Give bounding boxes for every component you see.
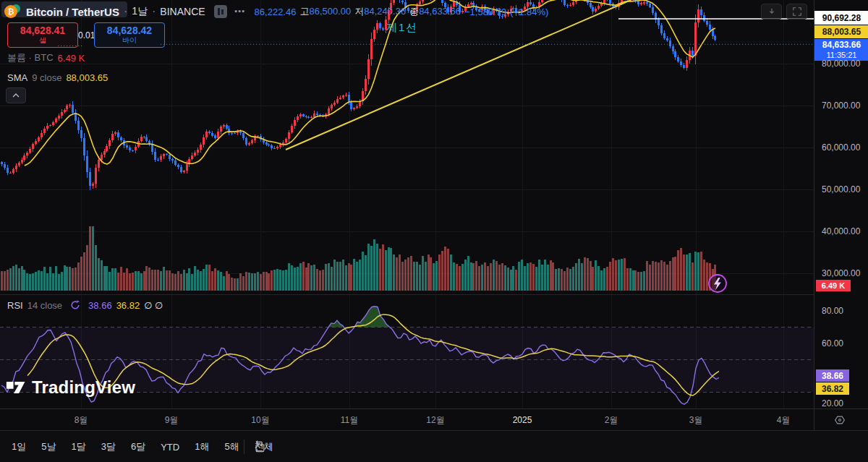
price-axis-label: 50,000.00 — [822, 184, 860, 194]
price-axis-label: 70,000.00 — [822, 100, 860, 111]
ohlc-legend: 86,222.46 고86,500.00 저84,240.36 종84,633.… — [255, 5, 549, 18]
time-axis-label: 8월 — [75, 414, 88, 427]
axis-separator — [814, 409, 814, 431]
ohlc-close-label: 종 — [409, 6, 419, 17]
price-axis-label: 20.00 — [822, 398, 843, 408]
rsi-value: 38.66 — [88, 300, 112, 311]
watermark-text: TradingView — [32, 377, 135, 398]
fullscreen-icon — [792, 7, 802, 17]
ohlc-change: −1,588.79 — [464, 7, 506, 17]
lightning-button[interactable] — [709, 275, 726, 292]
sell-label: 셀 — [39, 37, 46, 45]
chart-annotation[interactable]: 제1선 — [386, 21, 418, 33]
time-axis-label: 4월 — [777, 414, 791, 427]
volume-value: 6.49 K — [58, 53, 85, 64]
range-selector: 1일5날1달3달6달YTD1해5해전체 — [12, 431, 273, 462]
volume-badge: 6.49 K — [816, 280, 851, 291]
range-button-6달[interactable]: 6달 — [131, 440, 145, 453]
calendar-icon — [252, 440, 267, 454]
sma-value: 88,003.65 — [66, 72, 108, 83]
time-axis-label: 2월 — [605, 414, 618, 427]
volume-legend[interactable]: 볼륨 · BTC 6.49 K — [7, 51, 85, 64]
ohlc-high: 86,500.00 — [309, 6, 351, 17]
buy-button[interactable]: 84,628.42 바이 — [94, 22, 165, 48]
range-button-1달[interactable]: 1달 — [71, 440, 85, 453]
toolbar-divider — [244, 440, 244, 454]
rsi-ma-value: 36.82 — [116, 300, 140, 311]
refresh-icon[interactable] — [69, 299, 81, 311]
ohlc-open: 86,222.46 — [255, 7, 297, 17]
time-axis-label: 12월 — [426, 414, 444, 427]
download-icon — [767, 7, 777, 17]
time-axis-label: 3월 — [689, 414, 703, 427]
current-price: 84,633.66 — [822, 40, 861, 51]
price-axis-label: 60,000.00 — [822, 142, 860, 153]
chart-type-icon[interactable] — [214, 5, 227, 18]
symbol-logo[interactable]: ₿ — [4, 4, 23, 19]
symbol-row: ₿ Bitcoin / TetherUS · 1날 · BINANCE ⋯ 86… — [0, 2, 548, 21]
separator-dot: · — [124, 5, 127, 18]
price-axis-label: 40,000.00 — [822, 226, 860, 236]
ohlc-low: 84,240.36 — [364, 6, 406, 17]
sma-price-badge: 88,003.65 — [814, 25, 868, 38]
time-axis[interactable]: 8월9월10월11월12월20252월3월4월 — [0, 408, 868, 431]
rsi-name: RSI — [7, 300, 23, 311]
tradingview-app: 제1선 ₿ Bitcoin / TetherUS · 1날 · BINANCE … — [0, 0, 868, 462]
sell-price: 84,628.41 — [20, 25, 65, 36]
spread-value: 0.01 — [78, 30, 94, 40]
trade-panel: 84,628.41 셀 0.01 84,628.42 바이 — [0, 22, 165, 48]
fullscreen-button[interactable] — [786, 4, 807, 20]
download-button[interactable] — [761, 4, 782, 20]
range-button-5날[interactable]: 5날 — [41, 440, 56, 453]
bitcoin-icon: ₿ — [4, 5, 17, 18]
chart-canvas[interactable]: 제1선 — [0, 0, 814, 408]
time-axis-label: 2025 — [513, 415, 532, 425]
line-price-badge: 90,692.28 — [814, 11, 868, 25]
interval-label[interactable]: 1날 — [132, 5, 148, 18]
exchange-label[interactable]: BINANCE — [160, 6, 205, 17]
sma-legend[interactable]: SMA 9 close 88,003.65 — [7, 72, 108, 83]
range-button-1해[interactable]: 1해 — [195, 440, 209, 453]
range-button-3달[interactable]: 3달 — [101, 440, 116, 453]
rsi-divergence: ∅ ∅ — [144, 300, 163, 311]
ohlc-low-label: 저 — [354, 6, 364, 17]
time-axis-label: 9월 — [165, 414, 179, 427]
chevron-up-icon — [13, 94, 19, 97]
range-button-1일[interactable]: 1일 — [12, 440, 26, 453]
price-axis-label: 80,000.00 — [822, 59, 860, 69]
rsi-params: 14 close — [27, 300, 62, 311]
volume-name: 볼륨 · BTC — [7, 51, 54, 64]
scale-settings-button[interactable] — [832, 412, 848, 428]
price-axis[interactable]: 90,692.28 88,003.65 84,633.66 11:35:21 6… — [814, 0, 868, 408]
rsi-badge: 38.66 — [816, 369, 849, 382]
more-options-button[interactable]: ⋯ — [234, 5, 246, 18]
time-axis-label: 11월 — [341, 414, 358, 427]
pane-collapse-button[interactable] — [6, 87, 26, 103]
sell-button[interactable]: 84,628.41 셀 — [7, 22, 78, 48]
hexagon-settings-icon — [833, 414, 846, 427]
separator-dot: · — [152, 5, 156, 18]
ohlc-close: 84,633.66 — [419, 6, 461, 17]
time-axis-label: 10월 — [251, 414, 269, 427]
current-price-badge: 84,633.66 11:35:21 — [814, 39, 868, 61]
ohlc-change-pct: (−1.84%) — [510, 7, 548, 17]
range-button-YTD[interactable]: YTD — [161, 442, 179, 453]
range-button-5해[interactable]: 5해 — [224, 440, 239, 453]
rsi-legend[interactable]: RSI 14 close 38.66 36.82 ∅ ∅ — [7, 299, 163, 311]
price-axis-label: 80.00 — [822, 306, 843, 316]
price-axis-label: 30,000.00 — [822, 268, 860, 278]
ohlc-high-label: 고 — [299, 6, 309, 17]
tradingview-logo-icon — [6, 378, 27, 397]
rsi-ma-badge: 36.82 — [816, 382, 849, 395]
price-axis-label: 60.00 — [822, 338, 843, 348]
bottom-toolbar: 1일5날1달3달6달YTD1해5해전체 15ACTT 9 — [0, 430, 868, 462]
buy-price: 84,628.42 — [107, 25, 152, 36]
sma-name: SMA — [7, 72, 27, 83]
tradingview-watermark: TradingView — [6, 377, 135, 398]
symbol-title[interactable]: Bitcoin / TetherUS — [26, 6, 119, 18]
sma-params: 9 close — [32, 72, 61, 83]
goto-date-button[interactable] — [250, 437, 269, 456]
buy-label: 바이 — [122, 37, 137, 45]
